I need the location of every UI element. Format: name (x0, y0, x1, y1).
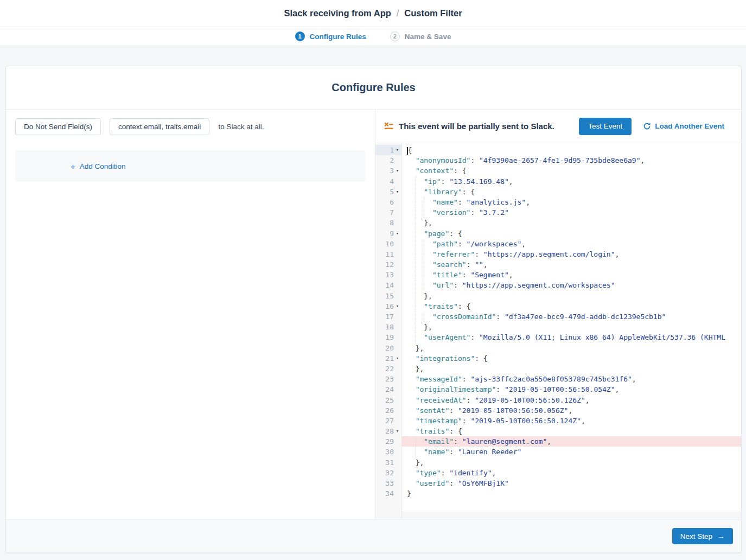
line-number: 30 (385, 447, 394, 457)
test-event-button[interactable]: Test Event (579, 118, 632, 135)
breadcrumb-primary[interactable]: Slack receiving from App (284, 8, 391, 18)
line-number: 6 (390, 197, 394, 207)
line-number-gutter: 30 (375, 447, 401, 457)
line-number-gutter: 25 (375, 395, 401, 405)
line-number: 28 (385, 426, 394, 436)
load-another-event-label: Load Another Event (655, 122, 724, 130)
line-number: 27 (385, 416, 394, 426)
code-line: 29"email": "lauren@segment.com", (375, 436, 741, 447)
load-another-event-button[interactable]: Load Another Event (643, 122, 724, 130)
line-number: 2 (390, 155, 394, 166)
fold-arrow-icon[interactable]: ▾ (394, 353, 401, 364)
code-line: 15}, (375, 291, 741, 301)
line-number-gutter: 5▾ (375, 187, 401, 197)
code-line: 31}, (375, 457, 741, 468)
horizontal-scrollbar[interactable] (402, 512, 741, 519)
code-line: 21▾"integrations": { (375, 353, 741, 364)
code-line: 8}, (375, 218, 741, 228)
line-number: 17 (385, 311, 394, 322)
line-number-gutter: 27 (375, 416, 401, 426)
line-number-gutter: 6 (375, 197, 401, 207)
next-step-button[interactable]: Next Step → (672, 528, 733, 544)
line-number: 19 (385, 332, 394, 342)
code-line: 33"userId": "OsY6MFBj1K" (375, 478, 741, 488)
line-number: 16 (385, 301, 394, 311)
line-number: 31 (385, 457, 394, 468)
line-number: 14 (385, 280, 394, 290)
code-line: 30"name": "Lauren Reeder" (375, 447, 741, 457)
line-number: 25 (385, 395, 394, 405)
line-number-gutter: 34 (375, 488, 401, 499)
line-number-gutter: 9▾ (375, 228, 401, 239)
step-configure-rules[interactable]: 1 Configure Rules (295, 31, 366, 41)
line-number-gutter: 26 (375, 405, 401, 416)
refresh-icon (643, 122, 651, 130)
preview-header: This event will be partially sent to Sla… (375, 110, 741, 143)
line-number: 29 (385, 436, 394, 447)
arrow-right-icon: → (717, 532, 725, 540)
fold-arrow-icon[interactable]: ▾ (394, 426, 401, 436)
code-line: 18}, (375, 322, 741, 332)
line-number: 10 (385, 239, 394, 249)
page-title: Configure Rules (331, 81, 415, 94)
code-line: 3▾"context": { (375, 166, 741, 176)
code-line: 13"title": "Segment", (375, 270, 741, 280)
code-line: 28▾"traits": { (375, 426, 741, 436)
breadcrumb-separator: / (397, 9, 399, 18)
line-number: 8 (390, 218, 394, 228)
step-1-label: Configure Rules (310, 33, 366, 41)
rule-action-selector[interactable]: Do Not Send Field(s) (15, 118, 101, 135)
stepper: 1 Configure Rules 2 Name & Save (0, 27, 746, 46)
code-line: 5▾"library": { (375, 187, 741, 197)
line-number-gutter: 4 (375, 176, 401, 187)
filter-event-icon (384, 122, 393, 130)
line-number: 9 (390, 228, 394, 239)
breadcrumb: Slack receiving from App/Custom Filter (284, 8, 462, 18)
line-number: 1 (390, 145, 394, 155)
line-number: 33 (385, 478, 394, 488)
code-line: 32"type": "identify", (375, 468, 741, 478)
fold-arrow-icon[interactable]: ▾ (394, 228, 401, 239)
line-number: 34 (385, 488, 394, 499)
line-number-gutter: 14 (375, 280, 401, 290)
line-number-gutter: 11 (375, 249, 401, 259)
fold-arrow-icon[interactable]: ▾ (394, 145, 401, 155)
line-number-gutter: 28▾ (375, 426, 401, 436)
code-line: 17"crossDomainId": "df3a47ee-bcc9-479d-a… (375, 311, 741, 322)
fold-arrow-icon[interactable]: ▾ (394, 301, 401, 311)
line-number: 11 (385, 249, 394, 259)
line-number: 4 (390, 176, 394, 187)
card-header: Configure Rules (6, 66, 741, 110)
add-condition-label: Add Condition (80, 162, 126, 170)
code-line: 22}, (375, 364, 741, 374)
line-number: 23 (385, 374, 394, 384)
code-line: 34} (375, 488, 741, 499)
line-number-gutter: 3▾ (375, 166, 401, 176)
line-number: 32 (385, 468, 394, 478)
line-number-gutter: 7 (375, 207, 401, 218)
code-line: 7"version": "3.7.2" (375, 207, 741, 218)
step-2-label: Name & Save (405, 33, 451, 41)
line-number-gutter: 18 (375, 322, 401, 332)
rule-fields-selector[interactable]: context.email, traits.email (110, 118, 209, 135)
line-number-gutter: 21▾ (375, 353, 401, 364)
line-number-gutter: 15 (375, 291, 401, 301)
code-editor[interactable]: 1▾{2"anonymousId": "4f9390ae-2657-4fe1-9… (375, 143, 741, 519)
line-number-gutter: 10 (375, 239, 401, 249)
step-name-save[interactable]: 2 Name & Save (390, 31, 451, 41)
line-number-gutter: 20 (375, 343, 401, 353)
line-number: 24 (385, 384, 394, 394)
code-line: 26"sentAt": "2019-05-10T00:56:50.056Z", (375, 405, 741, 416)
line-number: 21 (385, 353, 394, 364)
line-number: 3 (390, 166, 394, 176)
line-number: 15 (385, 291, 394, 301)
add-condition-button[interactable]: + Add Condition (71, 162, 126, 171)
fold-arrow-icon[interactable]: ▾ (394, 187, 401, 197)
card-body: Do Not Send Field(s) context.email, trai… (6, 110, 741, 519)
code-line: 23"messageId": "ajs-33ffc2ac0a550e8f0537… (375, 374, 741, 384)
code-line: 10"path": "/workspaces", (375, 239, 741, 249)
line-number: 13 (385, 270, 394, 280)
filter-rule-panel: Do Not Send Field(s) context.email, trai… (6, 110, 375, 519)
fold-arrow-icon[interactable]: ▾ (394, 166, 401, 176)
line-number-gutter: 19 (375, 332, 401, 342)
